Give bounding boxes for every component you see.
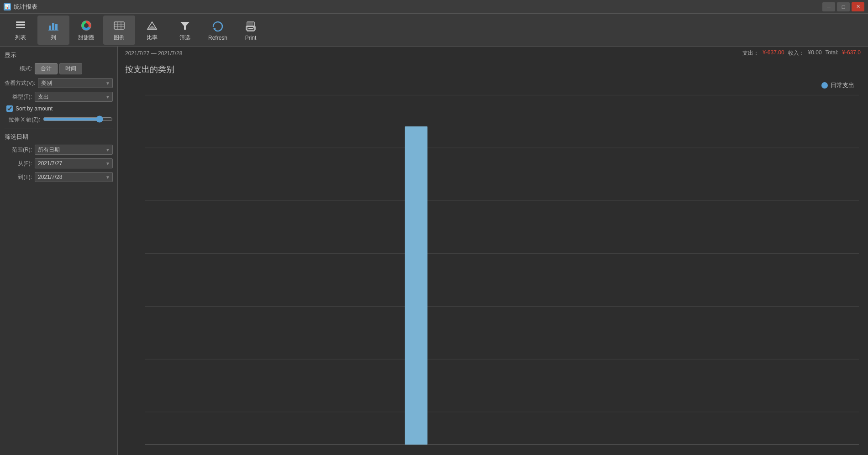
to-date-select[interactable]: 2021/7/28: [35, 172, 113, 182]
content-header: 2021/7/27 — 2021/7/28 支出： ¥-637.00 收入： ¥…: [118, 47, 868, 60]
toolbar-refresh-label: Refresh: [208, 35, 227, 41]
graph-icon: [112, 18, 126, 33]
stretch-slider[interactable]: [43, 115, 113, 123]
range-label: 范围(R):: [5, 146, 32, 154]
toolbar-pie-label: 甜甜圈: [78, 34, 95, 42]
income-label: 收入：: [788, 49, 805, 57]
svg-rect-1: [16, 24, 25, 26]
app-title: 统计报表: [14, 3, 37, 11]
to-label: 到(T):: [5, 173, 32, 181]
filter-icon: [178, 18, 192, 33]
toolbar-item-ratio[interactable]: 比率: [136, 16, 168, 45]
toolbar-item-filter[interactable]: 筛选: [169, 16, 201, 45]
mode-sum-button[interactable]: 合计: [35, 63, 58, 74]
from-label: 从(F):: [5, 160, 32, 167]
bar-chart-icon: [46, 18, 61, 33]
view-select[interactable]: 类别 账户 货币: [38, 78, 113, 88]
type-select[interactable]: 支出 收入 全部: [35, 92, 113, 102]
type-select-wrapper: 支出 收入 全部 ▼: [35, 92, 113, 102]
view-label: 查看方式(V):: [5, 79, 35, 87]
to-date-wrapper: 2021/7/28 ▼: [35, 172, 113, 182]
legend-dot-daily: [821, 82, 828, 89]
close-button[interactable]: ✕: [852, 2, 864, 11]
stretch-slider-wrapper: [43, 115, 113, 124]
toolbar-ratio-label: 比率: [147, 34, 158, 42]
view-row: 查看方式(V): 类别 账户 货币 ▼: [5, 78, 113, 88]
from-date-select[interactable]: 2021/7/27: [35, 158, 113, 168]
sort-by-amount-row: Sort by amount: [6, 105, 113, 112]
toolbar-print-label: Print: [245, 35, 257, 41]
display-section-title: 显示: [5, 51, 113, 59]
bar-chart-svg: ¥ 700 ¥ 600 ¥ 500 ¥ 400 ¥ 300 ¥ 200: [145, 77, 859, 446]
ratio-icon: [145, 18, 159, 33]
total-value: ¥-637.0: [842, 49, 861, 57]
left-panel: 显示 模式: 合计 时间 查看方式(V): 类别 账户 货币 ▼ 类型(T):: [0, 47, 118, 455]
from-row: 从(F): 2021/7/27 ▼: [5, 158, 113, 168]
expense-label: 支出：: [742, 49, 759, 57]
sort-by-amount-checkbox[interactable]: [6, 105, 13, 112]
svg-rect-2: [16, 27, 25, 28]
list-icon: [13, 18, 28, 33]
toolbar-item-print[interactable]: Print: [235, 16, 267, 45]
chart-title: 按支出的类别: [118, 60, 868, 77]
range-select-wrapper: 所有日期 本月 本年 自定义 ▼: [35, 145, 113, 155]
range-row: 范围(R): 所有日期 本月 本年 自定义 ▼: [5, 145, 113, 155]
toolbar-item-bar[interactable]: 列: [37, 16, 69, 45]
svg-marker-18: [213, 28, 216, 31]
type-label: 类型(T):: [5, 93, 32, 101]
toolbar: 列表 列 甜甜圈: [0, 14, 868, 47]
view-select-wrapper: 类别 账户 货币 ▼: [38, 78, 113, 88]
toolbar-item-refresh[interactable]: Refresh: [202, 16, 234, 45]
panel-divider: [5, 129, 113, 129]
mode-buttons: 合计 时间: [35, 63, 82, 74]
toolbar-item-list[interactable]: 列表: [5, 16, 37, 45]
title-bar-controls: ─ □ ✕: [822, 2, 864, 11]
toolbar-graph-label: 图例: [114, 34, 125, 42]
toolbar-item-pie[interactable]: 甜甜圈: [70, 16, 102, 45]
stretch-label: 拉伸 X 轴(Z):: [5, 116, 40, 124]
svg-point-8: [84, 23, 89, 28]
toolbar-item-graph[interactable]: 图例: [103, 16, 135, 45]
svg-rect-4: [52, 23, 54, 30]
toolbar-list-label: 列表: [15, 34, 26, 42]
content-area: 2021/7/27 — 2021/7/28 支出： ¥-637.00 收入： ¥…: [118, 47, 868, 455]
range-select[interactable]: 所有日期 本月 本年 自定义: [35, 145, 113, 155]
svg-rect-21: [248, 22, 253, 26]
chart-container: ¥ 700 ¥ 600 ¥ 500 ¥ 400 ¥ 300 ¥ 200: [118, 77, 868, 455]
type-row: 类型(T): 支出 收入 全部 ▼: [5, 92, 113, 102]
minimize-button[interactable]: ─: [822, 2, 835, 11]
from-date-wrapper: 2021/7/27 ▼: [35, 158, 113, 168]
main-layout: 显示 模式: 合计 时间 查看方式(V): 类别 账户 货币 ▼ 类型(T):: [0, 47, 868, 455]
expense-value: ¥-637.00: [763, 49, 784, 57]
svg-rect-23: [248, 28, 253, 29]
income-value: ¥0.00: [808, 49, 822, 57]
sort-by-amount-label: Sort by amount: [16, 105, 53, 112]
svg-rect-5: [55, 24, 58, 30]
total-label: Total:: [826, 49, 839, 57]
toolbar-filter-label: 筛选: [179, 34, 190, 42]
date-range: 2021/7/27 — 2021/7/28: [125, 50, 182, 57]
title-bar-left: 📊 统计报表: [4, 3, 37, 11]
to-row: 到(T): 2021/7/28 ▼: [5, 172, 113, 182]
pie-chart-icon: [79, 18, 94, 33]
chart-area: ¥ 700 ¥ 600 ¥ 500 ¥ 400 ¥ 300 ¥ 200: [145, 77, 859, 446]
bar-daily-expense: [405, 126, 427, 445]
summary-bar: 支出： ¥-637.00 收入： ¥0.00 Total: ¥-637.0: [742, 49, 861, 57]
svg-rect-0: [16, 21, 25, 23]
stretch-row: 拉伸 X 轴(Z):: [5, 115, 113, 124]
mode-time-button[interactable]: 时间: [59, 63, 82, 74]
svg-rect-9: [114, 22, 124, 29]
filter-section-title: 筛选日期: [5, 133, 113, 141]
refresh-icon: [210, 19, 225, 34]
mode-label: 模式:: [5, 65, 32, 73]
print-icon: [243, 19, 258, 34]
chart-legend: 日常支出: [821, 81, 854, 89]
title-bar: 📊 统计报表 ─ □ ✕: [0, 0, 868, 14]
toolbar-bar-label: 列: [51, 34, 56, 42]
svg-rect-3: [49, 26, 51, 30]
mode-row: 模式: 合计 时间: [5, 63, 113, 74]
svg-marker-17: [180, 22, 189, 30]
legend-label-daily: 日常支出: [831, 81, 854, 89]
maximize-button[interactable]: □: [837, 2, 850, 11]
app-icon: 📊: [4, 3, 11, 10]
